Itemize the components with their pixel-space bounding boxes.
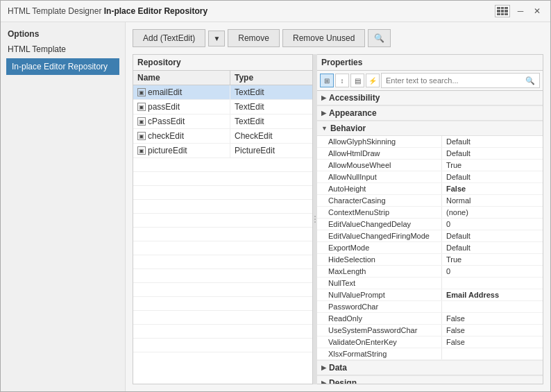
minimize-button[interactable]: ─ [514, 5, 527, 17]
prop-tool-list[interactable]: ▤ [350, 74, 364, 87]
grid-icon[interactable] [495, 5, 510, 17]
table-row[interactable]: ▣ emailEdit TextEdit [133, 85, 312, 100]
prop-value-cell: False [442, 336, 543, 348]
empty-row [133, 228, 312, 241]
prop-value-cell [442, 278, 543, 289]
row-icon: ▣ [137, 117, 146, 126]
prop-row[interactable]: AllowHtmlDraw Default [317, 148, 543, 160]
section-arrow: ▼ [321, 125, 328, 132]
search-button[interactable]: 🔍 [368, 29, 391, 47]
empty-row [133, 186, 312, 200]
empty-row [133, 283, 312, 297]
prop-name-cell: AllowGlyphSkinning [317, 136, 442, 147]
prop-row[interactable]: AllowGlyphSkinning Default [317, 136, 543, 148]
empty-row [133, 200, 312, 214]
prop-name-cell: AllowMouseWheel [317, 160, 442, 171]
prop-section-design: ▶Design [317, 376, 543, 384]
row-icon: ▣ [137, 88, 146, 96]
add-dropdown-button[interactable]: ▼ [208, 31, 225, 46]
prop-row[interactable]: PasswordChar [317, 301, 543, 313]
prop-value-cell [442, 348, 543, 359]
prop-section-header-design[interactable]: ▶Design [317, 376, 543, 384]
add-textedit-button[interactable]: Add (TextEdit) [133, 29, 205, 47]
prop-section-header-appearance[interactable]: ▶Appearance [317, 106, 543, 121]
close-button[interactable]: ✕ [531, 5, 543, 17]
repository-panel-title: Repository [133, 55, 312, 71]
section-label: Design [329, 378, 357, 384]
prop-name-cell: NullValuePrompt [317, 289, 442, 300]
prop-row[interactable]: NullText [317, 278, 543, 289]
prop-tool-sort[interactable]: ↕ [335, 74, 349, 87]
prop-tool-categorized[interactable]: ⊞ [320, 74, 334, 87]
properties-list: ▶Accessibility▶Appearance▼Behavior Allow… [317, 91, 543, 384]
prop-value-cell: Default [442, 242, 543, 253]
content-area: Options HTML Template In-place Editor Re… [1, 22, 550, 391]
prop-name-cell: HideSelection [317, 254, 442, 265]
prop-row[interactable]: AutoHeight False [317, 183, 543, 195]
empty-row [133, 297, 312, 311]
prop-name-cell: PasswordChar [317, 301, 442, 312]
row-type-cell: PictureEdit [230, 144, 312, 157]
prop-row[interactable]: NullValuePrompt Email Address [317, 289, 543, 301]
prop-name-cell: AutoHeight [317, 183, 442, 194]
table-row[interactable]: ▣ passEdit TextEdit [133, 100, 312, 114]
prop-row[interactable]: MaxLength 0 [317, 266, 543, 278]
empty-row [133, 172, 312, 186]
prop-row[interactable]: ValidateOnEnterKey False [317, 336, 543, 348]
prop-row[interactable]: XlsxFormatString [317, 348, 543, 360]
prop-row[interactable]: AllowNullInput Default [317, 171, 543, 183]
prop-row[interactable]: ContextMenuStrip (none) [317, 207, 543, 219]
prop-row[interactable]: UseSystemPasswordChar False [317, 325, 543, 336]
prop-row[interactable]: AllowMouseWheel True [317, 160, 543, 171]
prop-value-cell: Default [442, 171, 543, 182]
properties-toolbar: ⊞ ↕ ▤ ⚡ 🔍 [317, 71, 543, 91]
row-type-cell: TextEdit [230, 100, 312, 114]
table-row[interactable]: ▣ checkEdit CheckEdit [133, 129, 312, 144]
sidebar-item-inplace-editor[interactable]: In-place Editor Repository [6, 58, 119, 75]
properties-search-input[interactable] [386, 76, 525, 85]
remove-button[interactable]: Remove [228, 29, 280, 47]
empty-row [133, 325, 312, 339]
remove-unused-button[interactable]: Remove Unused [282, 29, 365, 47]
row-name-cell: ▣ pictureEdit [133, 144, 230, 157]
prop-tool-events[interactable]: ⚡ [366, 74, 380, 87]
column-name-header: Name [133, 71, 230, 85]
prop-row[interactable]: HideSelection True [317, 254, 543, 266]
row-name-cell: ▣ emailEdit [133, 85, 230, 99]
prop-name-cell: UseSystemPasswordChar [317, 325, 442, 336]
prop-name-cell: AllowNullInput [317, 171, 442, 182]
prop-section-header-accessibility[interactable]: ▶Accessibility [317, 91, 543, 105]
prop-row[interactable]: CharacterCasing Normal [317, 195, 543, 207]
prop-row[interactable]: EditValueChangedDelay 0 [317, 219, 543, 230]
row-type-cell: TextEdit [230, 114, 312, 128]
prop-name-cell: EditValueChangedDelay [317, 219, 442, 230]
prop-row[interactable]: EditValueChangedFiringMode Default [317, 230, 543, 242]
window-controls: ─ ✕ [495, 5, 543, 17]
table-row[interactable]: ▣ pictureEdit PictureEdit [133, 144, 312, 158]
prop-section-header-behavior[interactable]: ▼Behavior [317, 121, 543, 136]
table-row[interactable]: ▣ cPassEdit TextEdit [133, 114, 312, 129]
prop-value-cell: 0 [442, 266, 543, 277]
sidebar-options-title: Options [6, 29, 119, 39]
toolbar: Add (TextEdit) ▼ Remove Remove Unused 🔍 [133, 29, 543, 47]
prop-name-cell: AllowHtmlDraw [317, 148, 442, 159]
prop-name-cell: XlsxFormatString [317, 348, 442, 359]
prop-row[interactable]: ExportMode Default [317, 242, 543, 254]
empty-row [133, 241, 312, 255]
properties-search-box[interactable]: 🔍 [381, 73, 540, 88]
prop-name-cell: ExportMode [317, 242, 442, 253]
table-header: Name Type [133, 71, 312, 85]
prop-section-header-data[interactable]: ▶Data [317, 361, 543, 375]
row-type-cell: CheckEdit [230, 129, 312, 143]
section-label: Accessibility [329, 93, 380, 103]
prop-value-cell: 0 [442, 219, 543, 230]
prop-name-cell: ReadOnly [317, 313, 442, 324]
empty-row [133, 311, 312, 325]
prop-value-cell: (none) [442, 207, 543, 218]
prop-value-cell [442, 301, 543, 312]
row-name-cell: ▣ checkEdit [133, 129, 230, 143]
sidebar: Options HTML Template In-place Editor Re… [1, 22, 126, 391]
prop-row[interactable]: ReadOnly False [317, 313, 543, 325]
sidebar-html-template-label: HTML Template [6, 44, 119, 54]
section-label: Data [329, 363, 347, 373]
